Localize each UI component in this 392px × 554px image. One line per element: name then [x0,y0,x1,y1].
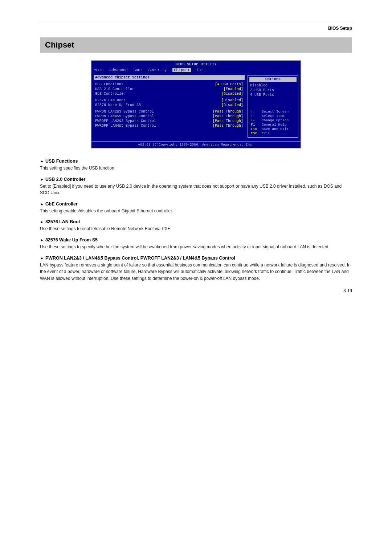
bios-row-lan-boot[interactable]: 82576 LAN Boot [Disabled] [94,98,245,103]
bios-left-panel: Advanced Chipset Settings USB Functions … [94,75,245,138]
doc-usb-functions-body: This setting specifies the USB function. [40,165,352,172]
arrow-icon: ► [40,256,44,260]
menu-chipset[interactable]: Chipset [172,68,191,72]
bios-row-pwron-lan23[interactable]: PWRON LAN2&3 Bypass Control [Pass Throug… [94,109,245,114]
arrow-icon: ► [40,177,44,182]
menu-exit[interactable]: Exit [197,68,206,72]
bios-options-title: Options [249,77,297,82]
doc-gbe-controller: ► GbE Controller This setting enables/di… [40,201,352,215]
option-4usb: 4 USB Ports [249,93,297,97]
doc-wake-up-body: Use these settings to specify whether th… [40,244,352,250]
bios-row-pwroff-lan45[interactable]: PWROFF LAN4&5 Bypass Control [Pass Throu… [94,123,245,128]
bios-row-usb-controller[interactable]: USB 2.0 Controller [Enabled] [94,87,245,91]
bios-row-wake-up[interactable]: 82576 Wake Up From S5 [Disabled] [94,103,245,107]
doc-usb-functions-title: ► USB Functions [40,159,352,164]
doc-gbe-controller-body: This setting enables/disables the onboar… [40,208,352,215]
menu-main[interactable]: Main [94,68,103,72]
doc-lan-boot-body: Use these settings to enable/disable Rem… [40,225,352,232]
bios-setup-label: BIOS Setup [40,26,352,31]
arrow-icon: ► [40,202,44,206]
option-2usb: 2 USB Ports [249,88,297,93]
bios-row-gbe[interactable]: GbE Controller [Disabled] [94,91,245,96]
menu-security[interactable]: Security [148,68,167,72]
doc-gbe-controller-title: ► GbE Controller [40,201,352,207]
menu-boot[interactable]: Boot [134,68,143,72]
bios-footer: v02.61 (C)Copyright 1985-2006, American … [91,141,301,148]
doc-lan-boot-title: ► 82576 LAN Boot [40,219,352,224]
bios-row-usb-functions[interactable]: USB Functions [4 USB Ports] [94,82,245,87]
option-disabled: Disabled [249,83,297,88]
bios-keys: ↑↓ Select Screen ↑↑ Select Item +- Chang… [249,108,297,135]
doc-bypass-control-title: ► PWRON LAN2&3 / LAN4&5 Bypass Control, … [40,256,352,261]
doc-bypass-control: ► PWRON LAN2&3 / LAN4&5 Bypass Control, … [40,256,352,282]
doc-usb-controller-title: ► USB 2.0 Controller [40,177,352,182]
section-title: Chipset [45,40,347,50]
bios-panel-title: Advanced Chipset Settings [94,75,245,80]
bios-content: Advanced Chipset Settings USB Functions … [91,73,301,140]
bios-row-pwron-lan45[interactable]: PWRON LAN4&5 Bypass Control [Pass Throug… [94,114,245,119]
doc-bypass-control-body: LAN bypass feature removes a single poin… [40,262,352,282]
doc-usb-controller-body: Set to [Enabled] if you need to use any … [40,183,352,196]
page-number: 3-19 [40,288,352,293]
arrow-icon: ► [40,159,44,163]
menu-advanced[interactable]: Advanced [109,68,127,72]
arrow-icon: ► [40,238,44,242]
doc-wake-up-title: ► 82576 Wake Up From S5 [40,237,352,243]
bios-menu-bar: Main Advanced Boot Security Chipset Exit [91,67,301,73]
bios-screenshot: BIOS SETUP UTILITY Main Advanced Boot Se… [91,60,301,148]
arrow-icon: ► [40,220,44,224]
doc-lan-boot: ► 82576 LAN Boot Use these settings to e… [40,219,352,232]
bios-row-pwroff-lan23[interactable]: PWROFF LAN2&3 Bypass Control [Pass Throu… [94,119,245,123]
top-rule [40,22,352,22]
doc-usb-functions: ► USB Functions This setting specifies t… [40,159,352,172]
bios-right-panel: Options Disabled 2 USB Ports 4 USB Ports… [248,75,298,138]
bios-title: BIOS SETUP UTILITY [91,61,301,67]
section-title-bar: Chipset [40,37,352,53]
doc-wake-up: ► 82576 Wake Up From S5 Use these settin… [40,237,352,250]
doc-usb-controller: ► USB 2.0 Controller Set to [Enabled] if… [40,177,352,196]
